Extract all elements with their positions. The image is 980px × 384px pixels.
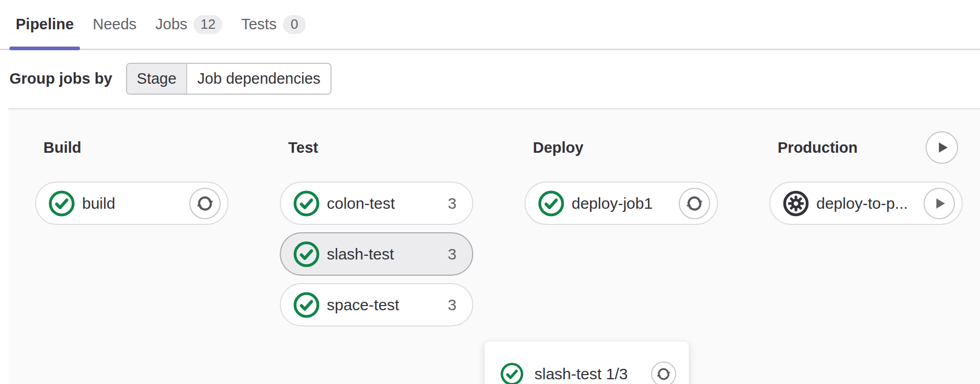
stage-column-build: Build build [35, 131, 229, 384]
tab-jobs[interactable]: Jobs 12 [149, 0, 229, 49]
pipeline-tabs: Pipeline Needs Jobs 12 Tests 0 [0, 0, 980, 50]
retry-job-button[interactable] [679, 188, 710, 219]
tab-tests-label: Tests [241, 16, 277, 33]
tests-count-badge: 0 [283, 15, 306, 34]
tab-jobs-label: Jobs [155, 16, 187, 33]
job-label: build [82, 195, 189, 212]
stage-name: Build [43, 139, 82, 156]
group-by-dependencies-button[interactable]: Job dependencies [186, 64, 330, 94]
status-success-icon [293, 241, 320, 267]
job-label: space-test [327, 296, 448, 314]
status-success-icon [293, 292, 320, 318]
status-success-icon [49, 190, 75, 217]
group-jobs-by-label: Group jobs by [9, 70, 112, 87]
stage-name: Production [778, 139, 858, 156]
job-label: colon-test [327, 195, 448, 212]
stage-column-production: Production deploy-to-p... [769, 131, 963, 384]
job-label: slash-test 1/3 [534, 365, 651, 383]
job-label: deploy-job1 [572, 195, 679, 212]
stage-header-test: Test [280, 131, 473, 164]
parallel-jobs-count: 3 [448, 296, 465, 314]
parallel-jobs-count: 3 [448, 195, 465, 212]
stage-header-production: Production [769, 131, 963, 164]
pipeline-graph: Build build Test colon-test 3 slash-test… [8, 108, 980, 384]
stage-header-build: Build [35, 131, 229, 164]
retry-job-button[interactable] [651, 362, 676, 384]
job-pill-colon-test[interactable]: colon-test 3 [280, 182, 473, 225]
run-stage-play-button[interactable] [926, 131, 958, 164]
job-pill-build[interactable]: build [35, 182, 229, 225]
stage-name: Deploy [533, 139, 584, 156]
status-manual-gear-icon [783, 190, 809, 217]
group-jobs-segmented-control: Stage Job dependencies [126, 63, 332, 95]
job-pill-deploy-to-production[interactable]: deploy-to-p... [769, 182, 963, 225]
tab-needs[interactable]: Needs [86, 0, 143, 49]
run-job-play-button[interactable] [924, 188, 955, 219]
job-label: deploy-to-p... [816, 195, 924, 212]
stage-header-deploy: Deploy [525, 131, 718, 164]
jobs-count-badge: 12 [193, 15, 222, 34]
dropdown-job-slash-test-1[interactable]: slash-test 1/3 [485, 353, 689, 384]
tab-needs-label: Needs [93, 16, 136, 33]
status-success-icon [500, 363, 523, 384]
retry-job-button[interactable] [189, 188, 221, 219]
parallel-jobs-dropdown: slash-test 1/3 slash-test 2/3 slash-test… [484, 341, 689, 384]
job-pill-space-test[interactable]: space-test 3 [280, 283, 473, 326]
job-label: slash-test [327, 245, 448, 263]
status-success-icon [293, 190, 320, 217]
stage-column-test: Test colon-test 3 slash-test 3 space-tes… [280, 131, 473, 384]
parallel-jobs-count: 3 [448, 245, 465, 263]
tab-pipeline[interactable]: Pipeline [9, 0, 80, 49]
status-success-icon [538, 190, 564, 217]
job-pill-slash-test[interactable]: slash-test 3 [280, 232, 473, 276]
stage-name: Test [288, 139, 318, 156]
job-pill-deploy-job1[interactable]: deploy-job1 [525, 182, 718, 225]
group-by-stage-button[interactable]: Stage [127, 64, 187, 94]
graph-toolbar: Group jobs by Stage Job dependencies [0, 63, 980, 95]
tab-pipeline-label: Pipeline [16, 16, 74, 33]
tab-tests[interactable]: Tests 0 [235, 0, 312, 49]
